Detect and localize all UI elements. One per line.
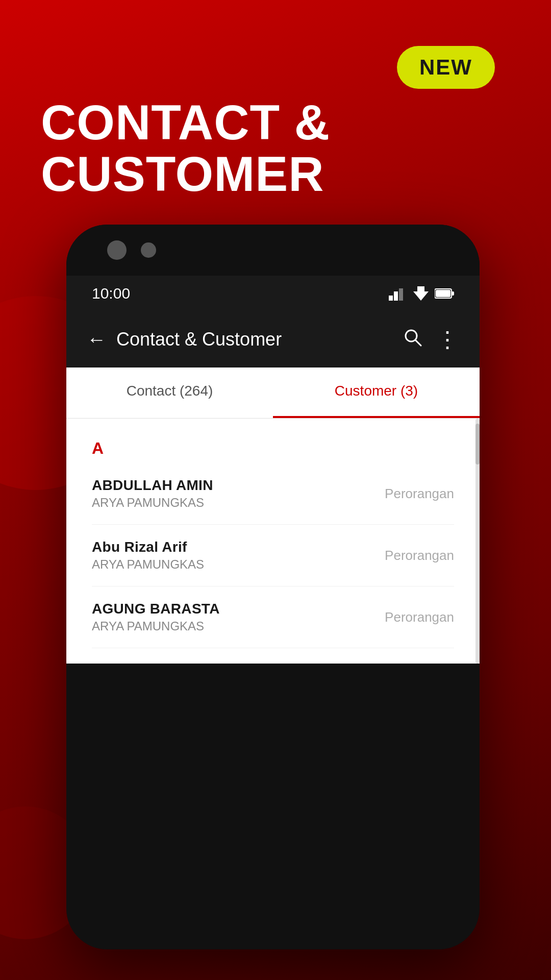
contact-sub: ARYA PAMUNGKAS xyxy=(92,557,385,572)
contact-type: Perorangan xyxy=(385,548,454,564)
svg-marker-1 xyxy=(394,291,398,301)
scrollbar[interactable] xyxy=(475,419,480,664)
contact-sub: ARYA PAMUNGKAS xyxy=(92,619,385,633)
contact-info: ABDULLAH AMIN ARYA PAMUNGKAS xyxy=(92,477,385,510)
contact-item[interactable]: Abu Rizal Arif ARYA PAMUNGKAS Perorangan xyxy=(92,525,454,586)
section-letter-a: A xyxy=(92,439,454,458)
scrollbar-thumb xyxy=(475,424,480,464)
status-time: 10:00 xyxy=(92,285,130,302)
app-bar-title: Contact & Customer xyxy=(116,329,393,350)
contact-name: AGUNG BARASTA xyxy=(92,601,385,617)
contact-list: A ABDULLAH AMIN ARYA PAMUNGKAS Peroranga… xyxy=(66,419,480,664)
contact-type: Perorangan xyxy=(385,486,454,502)
contact-name: ABDULLAH AMIN xyxy=(92,477,385,494)
tab-contact[interactable]: Contact (264) xyxy=(66,368,273,418)
svg-line-8 xyxy=(415,340,421,346)
svg-marker-0 xyxy=(389,296,393,301)
signal-icon xyxy=(389,286,407,301)
contact-info: AGUNG BARASTA ARYA PAMUNGKAS xyxy=(92,601,385,633)
phone-top-bar xyxy=(66,225,480,276)
app-bar: ← Contact & Customer ⋮ xyxy=(66,311,480,368)
tabs-bar: Contact (264) Customer (3) xyxy=(66,368,480,419)
tab-customer[interactable]: Customer (3) xyxy=(273,368,480,418)
contact-type: Perorangan xyxy=(385,609,454,625)
more-options-button[interactable]: ⋮ xyxy=(436,328,459,351)
status-bar: 10:00 xyxy=(66,276,480,311)
svg-marker-3 xyxy=(413,286,429,301)
svg-rect-6 xyxy=(452,291,454,296)
camera-lens-secondary xyxy=(141,242,156,258)
contact-name: Abu Rizal Arif xyxy=(92,539,385,555)
search-button[interactable] xyxy=(404,328,422,351)
new-badge: NEW xyxy=(397,46,495,89)
phone-mockup: 10:00 xyxy=(66,225,480,949)
wifi-icon xyxy=(413,286,429,301)
phone-content: Contact (264) Customer (3) A ABDULLAH AM… xyxy=(66,368,480,664)
contact-sub: ARYA PAMUNGKAS xyxy=(92,496,385,510)
main-heading: CONTACT & CUSTOMER xyxy=(41,97,330,200)
app-bar-actions: ⋮ xyxy=(404,328,459,351)
svg-marker-2 xyxy=(399,288,403,301)
content-area: A ABDULLAH AMIN ARYA PAMUNGKAS Peroranga… xyxy=(66,419,480,664)
contact-item[interactable]: AGUNG BARASTA ARYA PAMUNGKAS Perorangan xyxy=(92,586,454,648)
contact-info: Abu Rizal Arif ARYA PAMUNGKAS xyxy=(92,539,385,572)
status-icons xyxy=(389,286,454,301)
back-button[interactable]: ← xyxy=(87,329,106,351)
svg-rect-5 xyxy=(436,290,450,297)
camera-lens-main xyxy=(107,240,127,260)
battery-icon xyxy=(435,287,454,300)
contact-item[interactable]: ABDULLAH AMIN ARYA PAMUNGKAS Perorangan xyxy=(92,463,454,525)
